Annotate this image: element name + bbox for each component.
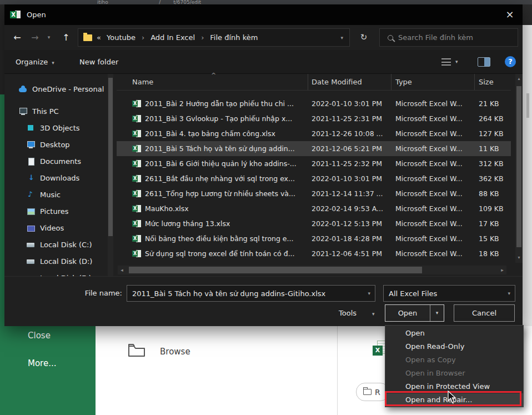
view-mode-chevron-icon[interactable] (455, 50, 458, 74)
vertical-scrollbar[interactable] (515, 74, 523, 263)
sidebar-item[interactable]: Local Disk (E:) (4, 269, 108, 276)
vertical-scrollbar-thumb[interactable] (516, 86, 521, 247)
open-button-label[interactable]: Open (385, 305, 430, 321)
organize-menu-button[interactable]: Organize (16, 50, 54, 74)
sidebar-item-icon (27, 174, 35, 182)
backstage-close-item[interactable]: Close (28, 331, 51, 341)
type-cell: Microsoft Excel W... (392, 159, 475, 168)
sidebar-item[interactable]: Desktop (4, 136, 108, 153)
sidebar-item[interactable]: 3D Objects (4, 119, 108, 136)
table-row[interactable]: 2611_Tổng hợp Lương từ nhiều sheets và..… (117, 186, 511, 201)
breadcrumb[interactable]: « Youtube Add In Excel File đính kèm (78, 28, 350, 47)
table-row[interactable]: Sử dụng sql trong excel để tính toán có … (117, 246, 511, 261)
horizontal-scrollbar-thumb[interactable] (129, 267, 422, 273)
sidebar-item[interactable]: Pictures (4, 203, 108, 219)
open-menu-item[interactable]: Open Read-Only (385, 340, 523, 353)
file-type-combobox[interactable]: All Excel Files (383, 285, 515, 302)
preview-pane-icon[interactable] (478, 57, 490, 67)
column-header-size[interactable]: Size (475, 74, 511, 90)
sidebar-item-label: Videos (40, 224, 64, 232)
sidebar-item[interactable]: OneDrive - Personal (4, 81, 108, 97)
table-row[interactable]: 2011_Bài 2 Hướng dẫn tạo phiếu thu chi .… (117, 96, 511, 111)
column-header-name[interactable]: Name (117, 74, 308, 90)
file-name-combobox[interactable]: 2011_Bài 5 Tách họ và tên sử dụng addins… (127, 285, 375, 302)
table-row[interactable]: MauKho.xlsx 2022-02-14 9:53 A... Microso… (117, 201, 511, 216)
cancel-button[interactable]: Cancel (454, 304, 515, 322)
sidebar-item-label: Desktop (40, 141, 70, 149)
sidebar-item[interactable]: This PC (4, 103, 108, 119)
file-name-value: 2011_Bài 5 Tách họ và tên sử dụng addins… (132, 289, 325, 298)
open-menu-item[interactable]: Open in Browser (385, 367, 523, 380)
file-name: 2611_Tổng hợp Lương từ nhiều sheets và..… (145, 189, 295, 198)
breadcrumb-collapse-chevron[interactable]: « (97, 33, 101, 42)
sidebar-item-label: Music (40, 191, 61, 199)
open-menu-item-label: Open in Browser (405, 369, 465, 377)
scroll-right-icon[interactable] (498, 266, 506, 274)
back-icon[interactable]: ← (9, 25, 26, 50)
sidebar-item[interactable]: Local Disk (D:) (4, 253, 108, 269)
sidebar-item-label: Local Disk (C:) (40, 241, 92, 249)
table-row[interactable]: 2011_Bài 5 Tách họ và tên sử dụng addin.… (117, 141, 511, 156)
breadcrumb-segment[interactable]: Youtube (106, 33, 137, 42)
refresh-icon[interactable] (353, 28, 374, 47)
horizontal-scrollbar[interactable] (118, 266, 506, 274)
column-header-date-modified[interactable]: Date Modified (308, 74, 392, 90)
breadcrumb-segment[interactable]: File đính kèm (209, 33, 259, 42)
sidebar-item[interactable]: Music (4, 186, 108, 203)
browse-button[interactable]: Browse (160, 347, 190, 357)
open-split-button[interactable]: Open (385, 304, 444, 322)
type-cell: Microsoft Excel W... (392, 129, 475, 138)
recover-unsaved-button[interactable]: R (356, 383, 389, 401)
column-headers: Name Date Modified Type Size (117, 74, 511, 91)
sidebar-item[interactable]: Documents (4, 153, 108, 169)
sidebar-item[interactable]: Videos (4, 219, 108, 236)
background-right-edge (523, 25, 532, 326)
chevron-down-icon[interactable] (368, 291, 370, 296)
size-cell: 264 KB (475, 114, 511, 123)
table-row[interactable]: 2611_Bắt đầu nhẹ nhàng với sql trong ex.… (117, 171, 511, 186)
folder-icon (83, 34, 92, 41)
file-name: Sử dụng sql trong excel để tính toán có … (145, 249, 295, 258)
file-name: 2011_Bài 4. tạo bảng chấm công.xlsx (145, 129, 275, 138)
recent-locations-chevron-icon[interactable]: ▾ (43, 25, 54, 50)
table-row[interactable]: 2011_Bài 4. tạo bảng chấm công.xlsx 2021… (117, 126, 511, 141)
table-row[interactable]: 2011_Bài 6 Giới thiệu quản lý kho addins… (117, 156, 511, 171)
up-icon[interactable]: ↑ (58, 25, 74, 50)
breadcrumb-separator-icon (196, 33, 209, 42)
excel-file-icon (132, 145, 141, 153)
chevron-down-icon[interactable] (508, 291, 510, 296)
name-cell: 2011_Bài 5 Tách họ và tên sử dụng addin.… (117, 144, 308, 153)
date-modified-cell: 2021-12-26 10:08 ... (308, 129, 392, 138)
column-header-type[interactable]: Type (392, 74, 475, 90)
table-row[interactable]: Nối bảng theo điều kiện bằng sql trong e… (117, 231, 511, 246)
close-icon[interactable]: × (497, 4, 523, 25)
scroll-left-icon[interactable] (118, 266, 126, 274)
table-row[interactable]: 2011_Bài 3 Gvlookup - Tạo phiếu nhập x..… (117, 111, 511, 126)
backstage-more-item[interactable]: More... (28, 358, 57, 368)
scroll-down-icon[interactable] (515, 254, 523, 262)
table-row[interactable]: Mức lương tháng 13.xlsx 2022-01-12 5:13 … (117, 216, 511, 231)
sidebar-scrollbar-thumb[interactable] (108, 78, 113, 236)
tools-menu-button[interactable]: Tools (339, 304, 375, 322)
sidebar-item[interactable]: Local Disk (C:) (4, 236, 108, 253)
type-cell: Microsoft Excel W... (392, 99, 475, 108)
open-menu-item[interactable]: Open (385, 327, 523, 340)
background-scrollbar-thumb[interactable] (526, 93, 529, 118)
address-dropdown-chevron-icon[interactable] (340, 35, 343, 41)
sidebar-item[interactable]: Downloads (4, 169, 108, 186)
breadcrumb-segment[interactable]: Add In Excel (149, 33, 196, 42)
open-dropdown-chevron-icon[interactable] (430, 305, 444, 321)
sidebar-scrollbar[interactable] (108, 74, 113, 276)
sidebar-item-icon (27, 124, 35, 132)
search-input[interactable] (398, 33, 518, 42)
browse-folder-icon[interactable] (128, 342, 145, 360)
type-cell: Microsoft Excel W... (392, 189, 475, 198)
view-mode-icon[interactable] (441, 58, 451, 66)
new-folder-button[interactable]: New folder (79, 50, 118, 74)
forward-icon[interactable]: → (27, 25, 43, 50)
name-cell: Sử dụng sql trong excel để tính toán có … (117, 249, 308, 258)
open-menu-item[interactable]: Open as Copy (385, 353, 523, 367)
type-cell: Microsoft Excel W... (392, 249, 475, 258)
scroll-up-icon[interactable] (515, 75, 523, 83)
help-button[interactable]: ? (505, 56, 516, 67)
